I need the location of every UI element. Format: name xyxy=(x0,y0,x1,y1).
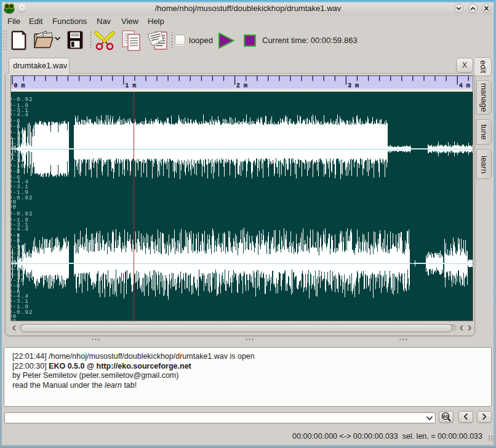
svg-text:1 m: 1 m xyxy=(125,82,136,89)
svg-text:0 m: 0 m xyxy=(14,82,25,89)
svg-text:3 m: 3 m xyxy=(348,82,359,89)
svg-text:0: 0 xyxy=(13,204,17,210)
svg-text:0: 0 xyxy=(13,145,17,151)
svg-text:2 m: 2 m xyxy=(236,82,247,89)
svg-text:0: 0 xyxy=(13,259,17,266)
svg-text:0: 0 xyxy=(13,318,17,321)
svg-text:4 m: 4 m xyxy=(459,82,470,89)
